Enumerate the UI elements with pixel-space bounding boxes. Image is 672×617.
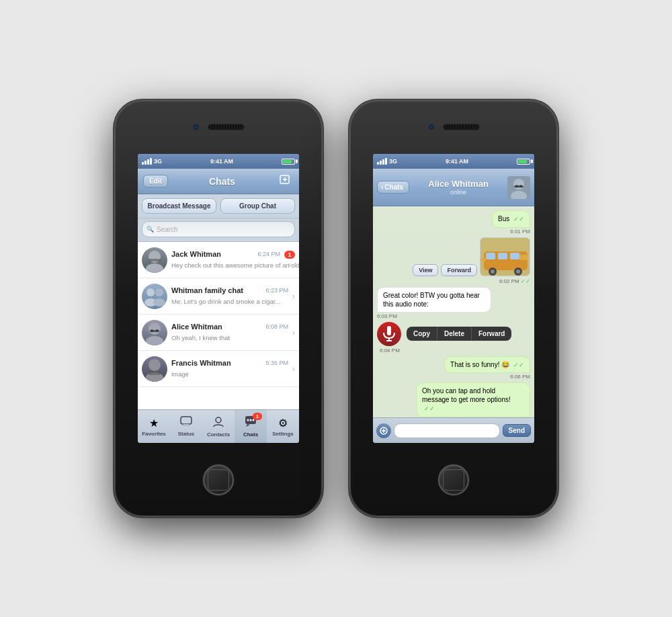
context-menu: Copy Delete Forward (407, 327, 511, 341)
svg-rect-41 (387, 326, 391, 335)
group-chat-button[interactable]: Group Chat (220, 198, 295, 214)
svg-point-4 (146, 263, 163, 273)
contacts-icon (212, 415, 224, 430)
svg-rect-32 (486, 253, 495, 259)
time-funny: 6:06 PM (510, 374, 530, 380)
chat-nav: ‹ Chats Alice Whitman online (373, 169, 534, 206)
check-bus: ✓✓ (513, 216, 524, 222)
message-input[interactable] (394, 423, 500, 438)
phone-top-left (114, 100, 323, 154)
bus-image-group: View Forward (377, 237, 530, 284)
jack-preview: Hey check out this awesome picture of an… (171, 261, 299, 269)
left-phone: 3G 9:41 AM Edit Chats (114, 100, 323, 517)
francis-preview: image (171, 370, 189, 378)
svg-point-8 (155, 288, 163, 296)
chat-item-jack[interactable]: Jack Whitman 6:24 PM Hey check out this … (138, 242, 299, 278)
alice-preview: Oh yeah, I knew that (171, 334, 230, 341)
msg-great-color: Great color! BTW you gotta hear this aud… (377, 287, 530, 319)
broadcast-button[interactable]: Broadcast Message (142, 198, 216, 214)
contact-avatar[interactable] (507, 176, 530, 199)
jack-name: Jack Whitman (171, 250, 221, 258)
chat-item-alice[interactable]: Alice Whitman 6:08 PM Oh yeah, I knew th… (138, 315, 299, 351)
msg-funny: That is so funny! 😂 ✓✓ 6:06 PM (377, 356, 530, 380)
avatar-alice (142, 320, 167, 345)
jack-badge: 1 (284, 251, 295, 259)
svg-point-14 (156, 329, 159, 332)
chats-badge: 1 (253, 413, 262, 420)
msg-tap-hold: Oh you can tap and hold message to get m… (377, 382, 530, 417)
svg-point-38 (516, 270, 520, 274)
bubble-funny[interactable]: That is so funny! 😂 ✓✓ (444, 356, 530, 374)
chat-item-family[interactable]: Whitman family chat 6:23 PM Me: Let's go… (138, 278, 299, 315)
jack-time: 6:24 PM (257, 251, 280, 257)
svg-point-13 (151, 329, 153, 332)
francis-name: Francis Whitman (171, 359, 231, 367)
chat-list: Jack Whitman 6:24 PM Hey check out this … (138, 242, 299, 409)
bubble-tap-hold[interactable]: Oh you can tap and hold message to get m… (416, 382, 530, 417)
home-button-left[interactable] (203, 464, 234, 495)
right-screen: 3G 9:41 AM ‹ Chats Alice Whitman online (373, 154, 534, 443)
battery-left (282, 159, 295, 165)
new-chat-button[interactable] (276, 173, 294, 190)
audio-row: Copy Delete Forward (377, 322, 511, 346)
svg-point-11 (146, 336, 163, 345)
tab-contacts[interactable]: Contacts (202, 410, 235, 443)
svg-point-10 (149, 323, 161, 335)
bubble-great-color[interactable]: Great color! BTW you gotta hear this aud… (377, 287, 491, 313)
tab-favorites[interactable]: ★ Favorites (138, 410, 170, 443)
home-button-area-right (438, 443, 469, 517)
tab-status[interactable]: Status (170, 410, 202, 443)
favorites-label: Favorites (142, 431, 166, 437)
tab-bar-left: ★ Favorites Status (138, 409, 299, 443)
svg-point-6 (146, 288, 155, 296)
svg-point-19 (216, 417, 221, 423)
chat-item-francis[interactable]: Francis Whitman 5:36 PM image › (138, 351, 299, 387)
forward-button[interactable]: Forward (441, 264, 477, 276)
time-audio: 6:04 PM (380, 347, 400, 354)
messages-area: Bus ✓✓ 6:01 PM View Forward (373, 206, 534, 417)
tab-settings[interactable]: ⚙ Settings (267, 410, 299, 443)
check-tap: ✓✓ (424, 405, 435, 412)
time-great-color: 6:03 PM (377, 313, 397, 319)
copy-menu-item[interactable]: Copy (407, 327, 437, 341)
forward-menu-item[interactable]: Forward (472, 327, 511, 341)
view-button[interactable]: View (413, 264, 438, 276)
settings-label: Settings (272, 431, 294, 437)
bus-img-row: View Forward (413, 237, 530, 276)
speaker-right (443, 124, 480, 130)
alice-time: 6:08 PM (265, 323, 288, 330)
audio-bubble[interactable] (377, 322, 401, 346)
svg-rect-18 (181, 417, 192, 424)
nav-bar-left: Edit Chats (138, 169, 299, 194)
msg-bus-text: Bus ✓✓ 6:01 PM (377, 210, 530, 235)
home-button-right[interactable] (438, 464, 469, 495)
tab-chats[interactable]: 1 Chats (235, 410, 267, 443)
svg-rect-5 (149, 259, 161, 261)
family-right: › (292, 292, 295, 301)
avatar-jack (142, 247, 167, 273)
input-bar: Send (373, 417, 534, 443)
send-button[interactable]: Send (503, 424, 531, 437)
francis-right: › (292, 364, 295, 374)
bus-image[interactable] (480, 237, 530, 276)
francis-time: 5:36 PM (265, 360, 288, 366)
image-action-buttons: View Forward (413, 264, 477, 276)
svg-point-28 (515, 185, 518, 188)
bubble-bus[interactable]: Bus ✓✓ (492, 210, 530, 228)
chat-info-jack: Jack Whitman 6:24 PM Hey check out this … (171, 250, 280, 270)
edit-button[interactable]: Edit (143, 175, 168, 188)
signal-left (142, 158, 152, 165)
svg-rect-34 (510, 253, 519, 259)
left-screen: 3G 9:41 AM Edit Chats (138, 154, 299, 443)
delete-menu-item[interactable]: Delete (437, 327, 472, 341)
right-phone: 3G 9:41 AM ‹ Chats Alice Whitman online (349, 100, 558, 517)
chevron-left-icon: ‹ (381, 183, 383, 191)
avatar-francis (142, 356, 167, 382)
family-preview: Me: Let's go drink and smoke a cigar... (171, 298, 280, 305)
chat-info-francis: Francis Whitman 5:36 PM image (171, 359, 288, 379)
action-buttons-area: Broadcast Message Group Chat (138, 194, 299, 218)
time-left: 9:41 AM (210, 158, 233, 165)
contact-status: online (450, 189, 466, 196)
attach-button[interactable] (376, 423, 391, 438)
back-button[interactable]: ‹ Chats (377, 181, 409, 194)
